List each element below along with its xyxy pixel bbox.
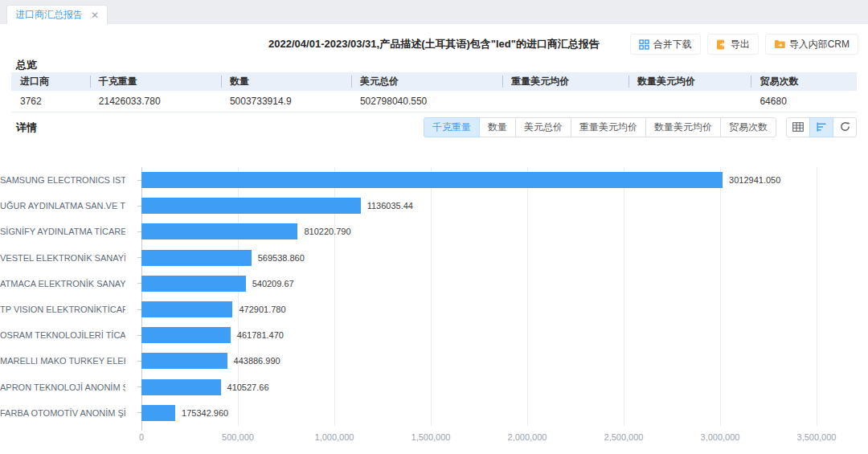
- overview-cell: 3762: [11, 96, 90, 107]
- table-view-icon: [792, 121, 804, 135]
- axis-tick: [125, 180, 141, 181]
- report-header: 2022/04/01-2023/03/31,产品描述(土耳其语)包含"led"的…: [0, 34, 868, 55]
- bar[interactable]: [141, 353, 227, 369]
- category-label: ATMACA ELEKTRONİK SANAYİ VE Tİ...: [0, 279, 125, 288]
- x-tick-label: 3,500,000: [797, 432, 837, 442]
- axis-tick: [125, 309, 141, 310]
- axis-tick: [125, 283, 141, 284]
- bar[interactable]: [141, 327, 231, 343]
- bar[interactable]: [141, 198, 361, 214]
- bar-value-label: 443886.990: [234, 356, 280, 366]
- metric-tab[interactable]: 千克重量: [424, 117, 480, 137]
- metric-tab[interactable]: 美元总价: [515, 117, 571, 137]
- bar-row: FARBA OTOMOTİV ANONİM ŞİRKETİ175342.960: [0, 400, 868, 426]
- import-crm-label: 导入内部CRM: [789, 38, 850, 51]
- bar-row: VESTEL ELEKTRONİK SANAYİ VE Tİ...569538.…: [0, 245, 868, 271]
- bar-value-label: 810220.790: [304, 227, 350, 236]
- bar[interactable]: [141, 405, 175, 421]
- overview-col-header: 美元总价: [351, 72, 502, 91]
- header-actions: 合并下载 导出 导入内部CRM: [630, 34, 858, 55]
- bar-value-label: 540209.67: [252, 279, 294, 288]
- bar-row: SİGNİFY AYDINLATMA TİCARET ANO...810220.…: [0, 219, 868, 244]
- bar-value-label: 175342.960: [182, 408, 228, 418]
- bar[interactable]: [141, 379, 221, 395]
- overview-cell: 502798040.550: [351, 96, 502, 107]
- tab-bar: 进口商汇总报告 ✕: [0, 0, 868, 24]
- merge-download-button[interactable]: 合并下载: [630, 34, 701, 55]
- overview-cell: 5003733914.9: [221, 96, 351, 107]
- overview-col-header: 数量美元均价: [628, 72, 751, 91]
- main-panel: 2022/04/01-2023/03/31,产品描述(土耳其语)包含"led"的…: [0, 24, 868, 454]
- category-label: MARELLI MAKO TURKEY ELEKTRİK S...: [0, 356, 125, 366]
- bar-value-label: 3012941.050: [729, 175, 780, 185]
- axis-tick: [125, 206, 141, 207]
- bar[interactable]: [141, 301, 232, 317]
- axis-tick: [125, 361, 141, 362]
- metric-tab[interactable]: 重量美元均价: [571, 117, 646, 137]
- tab-import-summary-report[interactable]: 进口商汇总报告 ✕: [6, 5, 108, 24]
- bar[interactable]: [141, 276, 246, 292]
- import-crm-icon: [774, 39, 785, 49]
- x-tick-label: 2,000,000: [508, 432, 547, 442]
- bar-value-label: 569538.860: [258, 253, 305, 263]
- view-switch-group: [786, 117, 857, 137]
- overview-col-header: 进口商: [11, 72, 90, 91]
- bar-row: APRON TEKNOLOJİ ANONİM ŞİRKETİ410527.66: [0, 374, 868, 400]
- metric-tab-group: 千克重量数量美元总价重量美元均价数量美元均价贸易次数: [424, 117, 776, 137]
- merge-download-label: 合并下载: [653, 38, 692, 51]
- axis-tick: [125, 412, 141, 413]
- category-label: TP VISION ELEKTRONİKTİCARET AN...: [0, 305, 125, 314]
- axis-tick: [125, 257, 141, 258]
- bar-row: UĞUR AYDINLATMA SAN.VE TİC.LTD...1136035…: [0, 193, 868, 219]
- x-tick-label: 3,000,000: [701, 432, 740, 442]
- table-view-button[interactable]: [786, 117, 810, 137]
- merge-download-icon: [639, 39, 649, 50]
- export-button[interactable]: 导出: [707, 34, 759, 55]
- bar-value-label: 410527.66: [227, 382, 269, 392]
- bar[interactable]: [141, 250, 252, 266]
- bar-value-label: 472901.780: [239, 305, 285, 314]
- bar-row: TP VISION ELEKTRONİKTİCARET AN...472901.…: [0, 297, 868, 322]
- metric-tab[interactable]: 数量: [479, 117, 516, 137]
- tab-close-icon[interactable]: ✕: [91, 10, 99, 20]
- bar-value-label: 1136035.44: [367, 201, 413, 211]
- bar-value-label: 461781.470: [237, 330, 284, 340]
- axis-tick: [125, 335, 141, 336]
- bar[interactable]: [141, 223, 297, 239]
- x-tick-label: 1,000,000: [315, 432, 354, 442]
- bar-rows: SAMSUNG ELECTRONICS ISTANBUL P...3012941…: [0, 167, 868, 426]
- details-tools: 千克重量数量美元总价重量美元均价数量美元均价贸易次数: [424, 117, 857, 137]
- bar-chart-view-button[interactable]: [809, 117, 833, 137]
- bar-row: ATMACA ELEKTRONİK SANAYİ VE Tİ...540209.…: [0, 271, 868, 297]
- x-tick-label: 0: [139, 432, 144, 442]
- x-tick-label: 2,500,000: [604, 432, 644, 442]
- bar-row: SAMSUNG ELECTRONICS ISTANBUL P...3012941…: [0, 167, 868, 193]
- overview-table-header: 进口商千克重量数量美元总价重量美元均价数量美元均价贸易次数: [11, 72, 857, 91]
- metric-tab[interactable]: 数量美元均价: [645, 117, 721, 137]
- tab-title: 进口商汇总报告: [15, 8, 83, 22]
- axis-tick: [125, 387, 141, 387]
- bar[interactable]: [141, 172, 723, 188]
- refresh-icon: [840, 121, 850, 135]
- overview-table-row: 376221426033.7805003733914.9502798040.55…: [11, 91, 857, 112]
- category-label: UĞUR AYDINLATMA SAN.VE TİC.LTD...: [0, 201, 125, 211]
- category-label: OSRAM TEKNOLOJİLERİ TİCARET AN...: [0, 330, 125, 340]
- metric-tab[interactable]: 贸易次数: [720, 117, 776, 137]
- export-icon: [716, 39, 727, 50]
- x-tick-label: 1,500,000: [411, 432, 451, 442]
- import-crm-button[interactable]: 导入内部CRM: [765, 34, 858, 55]
- category-label: FARBA OTOMOTİV ANONİM ŞİRKETİ: [0, 408, 125, 418]
- overview-table: 进口商千克重量数量美元总价重量美元均价数量美元均价贸易次数 3762214260…: [11, 72, 857, 112]
- bar-chart-view-icon: [817, 121, 827, 135]
- bar-row: MARELLI MAKO TURKEY ELEKTRİK S...443886.…: [0, 348, 868, 374]
- overview-col-header: 数量: [221, 72, 351, 91]
- overview-col-header: 贸易次数: [751, 72, 857, 91]
- refresh-button[interactable]: [833, 117, 857, 137]
- overview-cell: 21426033.780: [90, 96, 221, 107]
- bar-row: OSRAM TEKNOLOJİLERİ TİCARET AN...461781.…: [0, 322, 868, 348]
- category-label: SİGNİFY AYDINLATMA TİCARET ANO...: [0, 227, 125, 236]
- overview-cell: 64680: [751, 96, 857, 107]
- x-tick-label: 500,000: [222, 432, 254, 442]
- overview-section-label: 总览: [16, 58, 37, 72]
- details-section-label: 详情: [16, 121, 37, 135]
